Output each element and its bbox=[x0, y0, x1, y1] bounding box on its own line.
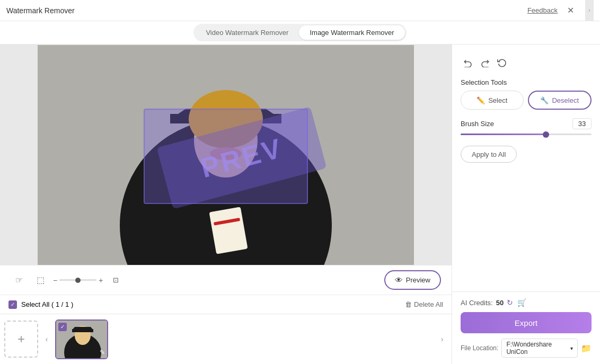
editor-area: PREV ☞ ⬚ − + bbox=[0, 45, 452, 364]
hand-tool-button[interactable]: ☞ bbox=[11, 272, 28, 289]
file-location-value[interactable]: F:\Wondershare UniCon ▾ bbox=[501, 339, 578, 358]
right-panel-bottom: AI Credits: 50 ↻ 🛒 Export File Location:… bbox=[452, 291, 600, 364]
deselect-icon: 🔧 bbox=[540, 96, 549, 104]
zoom-slider-track[interactable] bbox=[59, 279, 96, 281]
nav-left-button[interactable]: ‹ bbox=[41, 323, 52, 355]
tab-video[interactable]: Video Watermark Remover bbox=[195, 25, 299, 40]
deselect-button[interactable]: 🔧 Deselect bbox=[528, 91, 592, 110]
preview-button-wrapper: 👁 Preview bbox=[384, 270, 441, 290]
deselect-label: Deselect bbox=[552, 96, 579, 104]
select-icon: ✏️ bbox=[477, 96, 485, 104]
brush-slider-track[interactable] bbox=[461, 134, 592, 135]
file-path-text: F:\Wondershare UniCon bbox=[506, 341, 570, 356]
reset-button[interactable] bbox=[495, 55, 509, 70]
select-all-left: ✓ Select All ( 1 / 1 ) bbox=[8, 300, 73, 309]
photo-background: PREV bbox=[38, 45, 414, 265]
apply-all-section: Apply to All bbox=[461, 146, 592, 163]
selection-tools-section: Selection Tools ✏️ Select 🔧 Deselect bbox=[461, 78, 592, 110]
canvas-container: PREV bbox=[0, 45, 452, 265]
undo-button[interactable] bbox=[461, 55, 475, 70]
brush-size-label: Brush Size bbox=[461, 120, 494, 128]
fit-button[interactable]: ⊡ bbox=[107, 272, 124, 289]
zoom-plus[interactable]: + bbox=[99, 276, 103, 285]
right-panel: Selection Tools ✏️ Select 🔧 Deselect bbox=[452, 45, 600, 364]
selection-tools-label: Selection Tools bbox=[461, 78, 592, 86]
folder-icon[interactable]: 📁 bbox=[581, 343, 592, 353]
close-button[interactable]: ✕ bbox=[564, 4, 577, 17]
thumbnail-edit-icon[interactable]: ✎ bbox=[100, 349, 105, 356]
tabs-bar: Video Watermark Remover Image Watermark … bbox=[0, 21, 600, 45]
refresh-credits-icon[interactable]: ↻ bbox=[507, 298, 513, 307]
select-all-label: Select All ( 1 / 1 ) bbox=[21, 300, 73, 308]
ai-credits-row: AI Credits: 50 ↻ 🛒 bbox=[461, 298, 592, 307]
brush-size-value: 33 bbox=[572, 118, 592, 129]
preview-button[interactable]: 👁 Preview bbox=[384, 270, 441, 290]
canvas-toolbar: ☞ ⬚ − + ⊡ 👁 Preview bbox=[0, 265, 452, 295]
select-all-row: ✓ Select All ( 1 / 1 ) 🗑 Delete All bbox=[0, 295, 452, 314]
thumbnail-item[interactable]: ✓ ✎ bbox=[55, 319, 108, 359]
tab-image[interactable]: Image Watermark Remover bbox=[299, 25, 404, 40]
thumbnail-strip: + ‹ ✓ ✎ › bbox=[0, 314, 452, 364]
zoom-slider-thumb[interactable] bbox=[75, 278, 81, 283]
ai-credits-value: 50 bbox=[496, 299, 504, 307]
select-all-checkbox[interactable]: ✓ bbox=[8, 300, 17, 309]
thumbnail-check: ✓ bbox=[58, 323, 67, 331]
file-location-label: File Location: bbox=[461, 344, 498, 352]
selection-tools-row: ✏️ Select 🔧 Deselect bbox=[461, 91, 592, 110]
collapse-button[interactable]: › bbox=[585, 0, 594, 21]
tabs-container: Video Watermark Remover Image Watermark … bbox=[193, 24, 406, 41]
add-image-button[interactable]: + bbox=[4, 321, 38, 358]
feedback-link[interactable]: Feedback bbox=[527, 6, 558, 14]
apply-all-button[interactable]: Apply to All bbox=[461, 146, 517, 163]
toolbar-left: ☞ ⬚ − + ⊡ bbox=[11, 272, 124, 289]
title-bar: Watermark Remover Feedback ✕ › bbox=[0, 0, 600, 21]
preview-label: Preview bbox=[406, 276, 430, 284]
marquee-tool-button[interactable]: ⬚ bbox=[32, 272, 49, 289]
selection-highlight bbox=[144, 109, 308, 204]
redo-button[interactable] bbox=[478, 55, 492, 70]
dropdown-icon: ▾ bbox=[570, 345, 573, 351]
select-button[interactable]: ✏️ Select bbox=[461, 91, 524, 110]
brush-slider-fill bbox=[461, 134, 546, 135]
zoom-slider: − + bbox=[53, 276, 103, 285]
delete-all-label: Delete All bbox=[414, 300, 443, 308]
svg-rect-13 bbox=[72, 329, 93, 332]
right-panel-inner: Selection Tools ✏️ Select 🔧 Deselect bbox=[452, 45, 600, 291]
select-label: Select bbox=[488, 96, 507, 104]
main-layout: PREV ☞ ⬚ − + bbox=[0, 45, 600, 364]
eye-icon: 👁 bbox=[395, 276, 403, 285]
export-button[interactable]: Export bbox=[461, 312, 592, 333]
zoom-minus[interactable]: − bbox=[53, 276, 57, 285]
brush-size-section: Brush Size 33 bbox=[461, 118, 592, 137]
app-title: Watermark Remover bbox=[6, 6, 75, 15]
file-location-row: File Location: F:\Wondershare UniCon ▾ 📁 bbox=[461, 339, 592, 358]
brush-slider-thumb[interactable] bbox=[543, 131, 549, 138]
nav-right-button[interactable]: › bbox=[437, 323, 447, 355]
brush-size-row: Brush Size 33 bbox=[461, 118, 592, 129]
delete-all-button[interactable]: 🗑 Delete All bbox=[405, 300, 443, 308]
undo-redo-bar bbox=[461, 51, 592, 70]
ai-credits-label: AI Credits: bbox=[461, 299, 493, 307]
delete-icon: 🗑 bbox=[405, 300, 412, 308]
cart-icon[interactable]: 🛒 bbox=[517, 298, 526, 307]
